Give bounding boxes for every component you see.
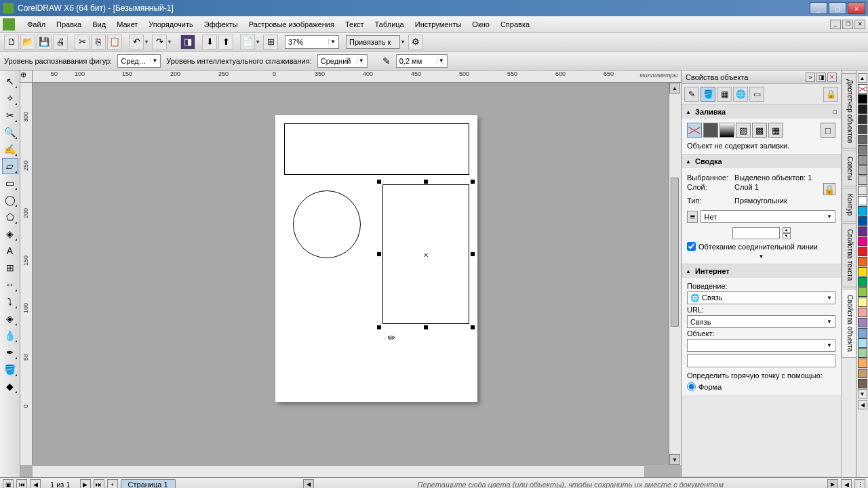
mdi-restore-button[interactable]: ❐ [842, 20, 853, 29]
publish-dropdown[interactable]: ▾ [256, 39, 262, 45]
hotspot-shape-radio[interactable] [687, 382, 696, 391]
menu-window[interactable]: Окно [467, 18, 495, 30]
selection-handle-ne[interactable] [471, 180, 475, 184]
cut-button[interactable]: ✂ [75, 35, 90, 49]
palette-flyout[interactable]: ◀ [841, 479, 852, 489]
page-tab-1[interactable]: Страница 1 [121, 479, 176, 489]
tab-fill[interactable]: 🪣 [701, 87, 715, 102]
docker-undock-button[interactable]: ◨ [816, 73, 826, 82]
menu-arrange[interactable]: Упорядочить [143, 18, 198, 30]
nav-toggle[interactable]: ▣ [3, 479, 14, 489]
shape-tool[interactable]: ✧ [2, 90, 18, 106]
swatch-color[interactable] [858, 369, 867, 378]
add-page-button[interactable]: + [107, 479, 118, 489]
swatch-color[interactable] [858, 298, 867, 307]
docker-tab-contour[interactable]: Контур [842, 188, 856, 222]
selection-handle-nw[interactable] [377, 180, 381, 184]
menu-edit[interactable]: Правка [51, 18, 87, 30]
docker-close-button[interactable]: ✕ [827, 73, 837, 82]
connector-tool[interactable]: ⤵ [2, 293, 18, 310]
docker-tab-object-props[interactable]: Свойства объекта [842, 289, 856, 358]
vertical-scrollbar[interactable]: ▲ ▼ [669, 83, 681, 465]
fill-section-header[interactable]: ▲ Заливка □ [682, 105, 841, 119]
palette-flyout-button[interactable]: ◀ [858, 400, 867, 409]
swatch-color[interactable] [858, 328, 867, 338]
spinner-down[interactable]: ▼ [783, 233, 791, 239]
swatch-color[interactable] [858, 308, 867, 317]
dimension-tool[interactable]: ↔ [2, 277, 18, 293]
menu-effects[interactable]: Эффекты [199, 18, 243, 30]
doc-palette-menu[interactable]: ⋮ [854, 479, 865, 489]
shape-circle[interactable] [293, 190, 361, 258]
tab-transparency[interactable]: ▦ [717, 87, 732, 102]
zoom-tool[interactable]: 🔍 [2, 124, 18, 140]
menu-tools[interactable]: Инструменты [410, 18, 467, 30]
postscript-fill-button[interactable]: ▦ [768, 123, 783, 138]
export-button[interactable]: ⬆ [218, 35, 233, 49]
mdi-minimize-button[interactable]: _ [830, 20, 841, 29]
app-launcher-button[interactable]: ⊞ [263, 35, 278, 49]
ellipse-tool[interactable]: ◯ [2, 192, 18, 208]
smart-drawing-tool[interactable]: ▱ [2, 158, 18, 174]
scroll-down-button[interactable]: ▼ [669, 454, 680, 465]
tab-lock-button[interactable]: 🔒 [823, 87, 838, 102]
swatch-color[interactable] [858, 94, 867, 104]
swatch-color[interactable] [858, 277, 867, 287]
swatch-color[interactable] [858, 186, 867, 195]
palette-up-button[interactable]: ▲ [858, 73, 867, 83]
swatch-color[interactable] [858, 125, 867, 134]
texture-fill-button[interactable]: ▩ [752, 123, 767, 138]
swatch-none[interactable] [858, 84, 867, 94]
swatch-color[interactable] [858, 206, 867, 216]
internet-section-header[interactable]: ▲ Интернет [682, 264, 841, 278]
open-button[interactable]: 📂 [20, 35, 35, 49]
swatch-color[interactable] [858, 115, 867, 124]
outline-width[interactable]: 0,2 мм ▼ [396, 54, 448, 68]
wrap-margin-input[interactable] [732, 227, 780, 239]
hscroll-left-button[interactable]: ◀ [303, 479, 314, 489]
minimize-button[interactable]: _ [810, 2, 827, 14]
redo-dropdown[interactable]: ▾ [168, 39, 174, 45]
docker-tab-hints[interactable]: Советы [842, 150, 856, 186]
scroll-thumb-v[interactable] [671, 178, 679, 327]
freehand-tool[interactable]: ✍ [2, 141, 18, 157]
publish-pdf-button[interactable]: 📄 [240, 35, 255, 49]
interactive-fill-tool[interactable]: ◆ [2, 378, 18, 394]
docker-tab-object-manager[interactable]: Диспетчер объектов [842, 73, 856, 149]
snap-dropdown[interactable]: ▾ [401, 39, 407, 45]
docker-tab-text-props[interactable]: Свойства текста [842, 223, 856, 287]
crop-tool[interactable]: ✂ [2, 107, 18, 123]
wrap-icon[interactable]: ≡ [687, 211, 698, 223]
canvas-background[interactable]: ✕ ✎ [33, 83, 681, 465]
swatch-color[interactable] [858, 155, 867, 165]
swatch-color[interactable] [858, 237, 867, 246]
scroll-up-button[interactable]: ▲ [669, 83, 680, 94]
eyedropper-tool[interactable]: 💧 [2, 327, 18, 344]
lock-layer-button[interactable]: 🔒 [823, 183, 835, 195]
swatch-color[interactable] [858, 226, 867, 236]
wrap-style[interactable]: Нет ▼ [701, 210, 835, 223]
swatch-color[interactable] [858, 287, 867, 297]
swatch-color[interactable] [858, 104, 867, 114]
selection-handle-s[interactable] [424, 325, 428, 329]
selection-handle-n[interactable] [424, 180, 428, 184]
first-page-button[interactable]: ⏮ [16, 479, 27, 489]
mdi-close-button[interactable]: ✕ [854, 20, 865, 29]
menu-text[interactable]: Текст [340, 18, 370, 30]
swatch-color[interactable] [858, 318, 867, 327]
pick-tool[interactable]: ↖ [2, 73, 18, 89]
menu-table[interactable]: Таблица [370, 18, 410, 30]
print-button[interactable]: 🖨 [53, 35, 68, 49]
tab-outline[interactable]: ✎ [684, 87, 699, 102]
rectangle-tool[interactable]: ▭ [2, 175, 18, 191]
text-tool[interactable]: A [2, 243, 18, 259]
undo-dropdown[interactable]: ▾ [145, 39, 151, 45]
paste-button[interactable]: 📋 [107, 35, 122, 49]
tab-summary[interactable]: ▭ [749, 87, 764, 102]
swatch-color[interactable] [858, 338, 867, 348]
hscroll-right-button[interactable]: ▶ [827, 479, 838, 489]
menu-help[interactable]: Справка [495, 18, 535, 30]
snap-to[interactable]: Привязать к [346, 35, 400, 49]
selection-handle-se[interactable] [471, 325, 475, 329]
basic-shapes-tool[interactable]: ◈ [2, 226, 18, 242]
